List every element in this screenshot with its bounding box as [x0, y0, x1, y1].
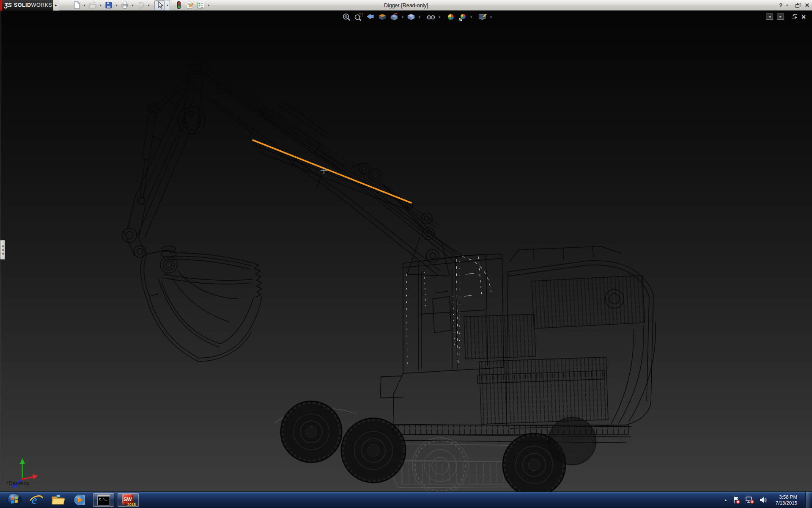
file-properties-icon [186, 1, 194, 9]
previous-view-arrow-icon [366, 13, 375, 21]
folder-icon [51, 494, 66, 506]
titlebar: ƷS SOLIDWORKS ▸ ▾ ▾ [0, 0, 812, 11]
solidworks-logo: ƷS SOLIDWORKS [0, 0, 53, 11]
pane-arrow-right-icon[interactable]: ► [777, 14, 784, 20]
brand-name-light: WORKS [31, 2, 52, 8]
edit-appearance-button[interactable] [445, 12, 456, 22]
apply-scene-icon [458, 13, 467, 21]
select-cursor-icon [156, 1, 164, 9]
graphics-viewport[interactable]: ▾ ▾ ▾ [0, 11, 812, 491]
open-button[interactable] [87, 0, 98, 10]
windows-taskbar: e C:\_ [0, 491, 812, 508]
solidworks-app-icon: SW 2015 [122, 494, 134, 506]
brand-name-bold: SOLID [14, 2, 31, 8]
undo-arrow-icon [137, 1, 145, 9]
solidworks-window: ƷS SOLIDWORKS ▸ ▾ ▾ [0, 0, 812, 508]
taskbar-clock[interactable]: 3:58 PM 7/13/2015 [772, 494, 801, 506]
show-desktop-button[interactable] [805, 492, 810, 508]
print-button[interactable] [119, 0, 130, 10]
menu-flyout-arrow-icon[interactable]: ▸ [53, 0, 59, 11]
open-dropdown[interactable]: ▾ [98, 0, 103, 10]
apply-scene-button[interactable] [457, 12, 468, 22]
taskbar-item-internet-explorer[interactable]: e [25, 492, 47, 508]
doc-close-button[interactable]: ✕ [801, 14, 806, 20]
hide-show-items-button[interactable] [425, 12, 436, 22]
appearance-ball-icon [446, 13, 455, 21]
pane-arrow-left-icon[interactable]: ◄ [766, 14, 773, 20]
save-dropdown[interactable]: ▾ [114, 0, 119, 10]
close-button[interactable]: ✕ [805, 2, 809, 8]
print-dropdown[interactable]: ▾ [130, 0, 135, 10]
zoom-to-area-icon [354, 13, 363, 21]
previous-view-button[interactable] [365, 12, 376, 22]
view-orientation-button[interactable] [389, 12, 400, 22]
sw-cube-letters: SW [123, 497, 132, 502]
clock-date: 7/13/2015 [776, 500, 797, 506]
save-button[interactable] [103, 0, 114, 10]
volume-icon[interactable] [759, 496, 768, 504]
windows-start-icon [7, 492, 22, 508]
save-floppy-icon [104, 1, 113, 9]
taskbar-item-media-player[interactable] [69, 492, 91, 508]
section-view-icon [378, 13, 387, 21]
rebuild-button[interactable] [173, 0, 184, 10]
hidden-icons-chevron[interactable]: ▲ [724, 498, 727, 502]
select-dropdown[interactable]: ▾ [165, 0, 170, 11]
view-orientation-label: *Dimetric [6, 480, 30, 486]
zoom-to-fit-button[interactable] [341, 12, 352, 22]
view-settings-button[interactable] [477, 12, 488, 22]
expand-arrow-icon: ◀ [2, 245, 4, 247]
display-style-cube-icon [406, 13, 416, 21]
crosshair-cursor-icon [321, 167, 327, 174]
selected-edge[interactable] [253, 140, 411, 203]
zoom-to-fit-icon [342, 13, 351, 21]
view-orientation-icon [390, 13, 399, 21]
taskbar-item-windows-explorer[interactable] [47, 492, 69, 508]
display-style-dropdown[interactable]: ▾ [417, 12, 422, 22]
select-button[interactable] [154, 0, 165, 10]
eyeglasses-icon [426, 13, 436, 21]
taskbar-item-solidworks[interactable]: SW 2015 [117, 493, 139, 507]
3ds-logo-icon: ƷS [4, 2, 12, 8]
undo-dropdown[interactable]: ▾ [146, 0, 151, 10]
new-button[interactable] [71, 0, 82, 10]
help-dropdown[interactable]: ▾ [786, 3, 788, 7]
options-button[interactable] [195, 0, 206, 10]
network-disconnected-icon[interactable] [745, 496, 754, 504]
help-button[interactable]: ? [779, 2, 782, 8]
sw-year-badge: 2015 [127, 502, 136, 507]
start-button[interactable] [3, 492, 25, 508]
system-tray: ▲ 3:58 PM 7/13/2015 [724, 492, 812, 508]
hide-show-items-dropdown[interactable]: ▾ [437, 12, 442, 22]
apply-scene-dropdown[interactable]: ▾ [469, 12, 473, 22]
display-style-button[interactable] [406, 12, 417, 22]
media-player-icon [74, 494, 87, 506]
featuremanager-collapsed-tab[interactable]: ◀ ◀ ◀ [0, 240, 5, 260]
options-dropdown[interactable]: ▾ [206, 0, 211, 10]
expand-arrow-icon: ◀ [2, 248, 4, 251]
traffic-light-icon [175, 1, 183, 9]
document-window-controls: ◄ ► ✕ [766, 14, 806, 20]
new-dropdown[interactable]: ▾ [82, 0, 87, 10]
restore-button[interactable] [796, 3, 801, 8]
new-document-icon [72, 1, 81, 9]
clock-time: 3:58 PM [776, 494, 797, 500]
digger-wireframe-model[interactable] [0, 11, 812, 491]
undo-button[interactable] [135, 0, 146, 10]
main-toolbar: ▾ ▾ ▾ [71, 0, 211, 11]
zoom-to-area-button[interactable] [353, 12, 364, 22]
headsup-view-toolbar: ▾ ▾ ▾ [341, 12, 493, 22]
print-icon [121, 1, 129, 9]
view-orientation-dropdown[interactable]: ▾ [401, 12, 405, 22]
brand-accent [0, 0, 2, 11]
section-view-button[interactable] [377, 12, 388, 22]
taskbar-item-command-prompt[interactable]: C:\_ [93, 493, 115, 507]
options-checklist-icon [197, 1, 205, 9]
file-properties-button[interactable] [184, 0, 195, 10]
open-folder-icon [88, 1, 97, 9]
command-prompt-icon: C:\_ [97, 494, 110, 505]
view-settings-dropdown[interactable]: ▾ [489, 12, 493, 22]
doc-restore-button[interactable] [792, 14, 797, 19]
view-settings-icon [478, 13, 487, 21]
action-center-flag-icon[interactable] [732, 496, 741, 504]
